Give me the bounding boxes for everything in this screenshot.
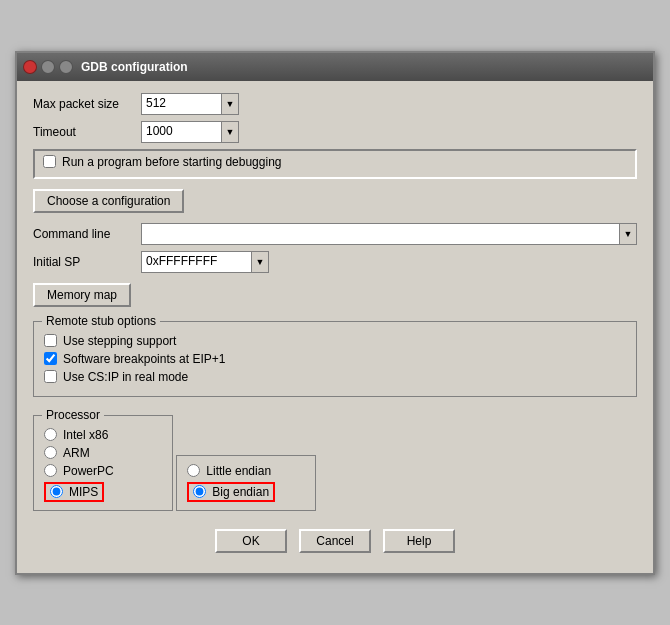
arm-row: ARM [44, 446, 162, 460]
ok-button[interactable]: OK [215, 529, 287, 553]
maximize-button[interactable] [59, 60, 73, 74]
big-endian-label: Big endian [212, 485, 269, 499]
timeout-arrow[interactable]: ▼ [221, 121, 239, 143]
title-bar: GDB configuration [17, 53, 653, 81]
arm-radio[interactable] [44, 446, 57, 459]
window-controls [23, 60, 73, 74]
endian-box: Little endian Big endian [176, 455, 316, 511]
cancel-button[interactable]: Cancel [299, 529, 371, 553]
use-stepping-row: Use stepping support [44, 334, 626, 348]
mips-highlighted-row: MIPS [44, 482, 104, 502]
arm-label: ARM [63, 446, 90, 460]
run-program-box: Run a program before starting debugging [33, 149, 637, 179]
big-endian-highlighted-row: Big endian [187, 482, 275, 502]
choose-config-button[interactable]: Choose a configuration [33, 189, 184, 213]
footer: OK Cancel Help [33, 519, 637, 561]
max-packet-row: Max packet size 512 ▼ [33, 93, 637, 115]
timeout-label: Timeout [33, 125, 133, 139]
run-program-checkbox[interactable] [43, 155, 56, 168]
window-body: Max packet size 512 ▼ Timeout 1000 ▼ Run… [17, 81, 653, 573]
initial-sp-input[interactable]: 0xFFFFFFFF [141, 251, 251, 273]
intel-x86-label: Intel x86 [63, 428, 108, 442]
intel-x86-radio[interactable] [44, 428, 57, 441]
remote-stub-box: Remote stub options Use stepping support… [33, 321, 637, 397]
processor-box: Processor Intel x86 ARM PowerPC MIPS [33, 415, 173, 511]
powerpc-radio[interactable] [44, 464, 57, 477]
use-csip-checkbox[interactable] [44, 370, 57, 383]
mips-label: MIPS [69, 485, 98, 499]
use-csip-row: Use CS:IP in real mode [44, 370, 626, 384]
little-endian-row: Little endian [187, 464, 305, 478]
powerpc-row: PowerPC [44, 464, 162, 478]
gdb-config-window: GDB configuration Max packet size 512 ▼ … [15, 51, 655, 575]
max-packet-label: Max packet size [33, 97, 133, 111]
window-title: GDB configuration [81, 60, 188, 74]
max-packet-input[interactable]: 512 [141, 93, 221, 115]
command-line-arrow[interactable]: ▼ [619, 223, 637, 245]
max-packet-arrow[interactable]: ▼ [221, 93, 239, 115]
timeout-input[interactable]: 1000 [141, 121, 221, 143]
command-line-input[interactable] [141, 223, 619, 245]
use-stepping-checkbox[interactable] [44, 334, 57, 347]
big-endian-radio[interactable] [193, 485, 206, 498]
mips-radio[interactable] [50, 485, 63, 498]
max-packet-dropdown-container: 512 ▼ [141, 93, 239, 115]
initial-sp-arrow[interactable]: ▼ [251, 251, 269, 273]
software-bp-checkbox[interactable] [44, 352, 57, 365]
close-button[interactable] [23, 60, 37, 74]
minimize-button[interactable] [41, 60, 55, 74]
command-line-row: Command line ▼ [33, 223, 637, 245]
software-bp-label: Software breakpoints at EIP+1 [63, 352, 225, 366]
help-button[interactable]: Help [383, 529, 455, 553]
remote-stub-legend: Remote stub options [42, 314, 160, 328]
intel-x86-row: Intel x86 [44, 428, 162, 442]
run-program-label: Run a program before starting debugging [62, 155, 281, 169]
run-program-row: Run a program before starting debugging [43, 155, 627, 169]
command-line-label: Command line [33, 227, 133, 241]
little-endian-label: Little endian [206, 464, 271, 478]
initial-sp-row: Initial SP 0xFFFFFFFF ▼ [33, 251, 637, 273]
little-endian-radio[interactable] [187, 464, 200, 477]
memory-map-button[interactable]: Memory map [33, 283, 131, 307]
initial-sp-label: Initial SP [33, 255, 133, 269]
processor-legend: Processor [42, 408, 104, 422]
software-bp-row: Software breakpoints at EIP+1 [44, 352, 626, 366]
initial-sp-dropdown-container: 0xFFFFFFFF ▼ [141, 251, 269, 273]
timeout-dropdown-container: 1000 ▼ [141, 121, 239, 143]
timeout-row: Timeout 1000 ▼ [33, 121, 637, 143]
use-stepping-label: Use stepping support [63, 334, 176, 348]
use-csip-label: Use CS:IP in real mode [63, 370, 188, 384]
powerpc-label: PowerPC [63, 464, 114, 478]
